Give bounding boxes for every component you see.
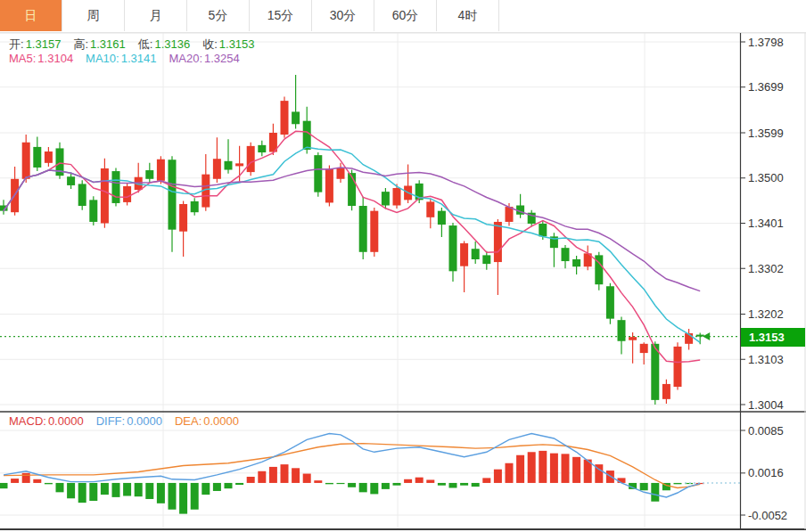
candle-body — [169, 160, 177, 229]
macd-histogram-bar — [348, 483, 356, 487]
candle-body — [67, 176, 75, 185]
macd-histogram-bar — [11, 479, 19, 483]
candle-body — [179, 204, 187, 232]
ma-item: MA5:1.3104 — [9, 52, 73, 65]
macd-histogram-bar — [393, 483, 401, 486]
macd-histogram-bar — [482, 478, 490, 483]
ohlc-item: 开:1.3157 — [9, 37, 61, 51]
candle-body — [157, 160, 165, 181]
candle-body — [258, 145, 266, 152]
macd-value: 0.0000 — [48, 414, 84, 428]
y-axis-tick-label: 1.3500 — [748, 171, 784, 184]
macd-histogram-bar — [550, 454, 558, 483]
macd-histogram-bar — [528, 452, 536, 483]
macd-histogram-bar — [314, 480, 322, 483]
candle-body — [618, 320, 626, 341]
macd-histogram-bar — [539, 451, 547, 483]
y-axis-tick-label: -0.0052 — [748, 509, 787, 522]
candle-body — [438, 211, 446, 225]
macd-item: DEA:0.0000 — [175, 414, 239, 428]
y-axis-tick-label: 1.3004 — [748, 398, 784, 412]
macd-histogram-bar — [337, 483, 345, 484]
candle-body — [539, 224, 547, 236]
macd-histogram-bar — [460, 483, 468, 486]
macd-histogram-bar — [506, 463, 514, 483]
macd-histogram-bar — [123, 483, 131, 496]
macd-histogram-bar — [157, 483, 165, 503]
ohlc-item: 低:1.3136 — [138, 37, 190, 51]
ma5-line — [4, 131, 700, 362]
macd-histogram-bar — [426, 479, 434, 482]
macd-histogram-bar — [179, 483, 187, 514]
candle-body — [123, 186, 131, 202]
macd-histogram-bar — [494, 470, 502, 483]
candle-body — [606, 286, 614, 318]
macd-histogram-bar — [45, 483, 53, 484]
candle-body — [359, 206, 367, 252]
candle-body — [191, 201, 199, 212]
macd-histogram-bar — [56, 483, 64, 492]
macd-histogram-bar — [258, 471, 266, 483]
ohlc-value: 1.3157 — [26, 37, 62, 51]
candle-body — [303, 121, 311, 150]
macd-histogram-bar — [382, 483, 390, 489]
macd-histogram-bar — [325, 483, 333, 484]
candle-body — [247, 146, 255, 172]
ohlc-value: 1.3136 — [154, 37, 190, 51]
macd-histogram-bar — [247, 477, 255, 483]
macd-histogram-bar — [135, 483, 143, 496]
macd-label: DEA: — [175, 414, 202, 428]
candle-body — [33, 147, 41, 168]
ohlc-value: 1.3161 — [90, 37, 126, 51]
y-axis-tick-label: 1.3401 — [748, 217, 784, 230]
candle-body — [370, 211, 378, 252]
ohlc-label: 收: — [202, 37, 218, 51]
candle-body — [22, 143, 30, 179]
ohlc-label: 开: — [9, 37, 24, 51]
candle-body — [112, 171, 120, 203]
macd-histogram-bar — [292, 468, 300, 483]
candle-body — [292, 111, 300, 124]
macd-histogram-bar — [415, 478, 424, 483]
macd-histogram-bar — [89, 483, 97, 501]
candle-body — [426, 201, 434, 217]
y-axis-tick-label: 1.3599 — [748, 127, 784, 140]
macd-histogram-bar — [370, 483, 378, 494]
candle-body — [572, 259, 580, 266]
ma-label: MA5: — [9, 52, 36, 65]
macd-histogram-bar — [235, 483, 243, 485]
ma-value: 1.3254 — [204, 52, 240, 65]
candle-body — [225, 161, 233, 170]
macd-histogram-bar — [78, 483, 86, 503]
y-axis-tick-label: 0.0016 — [748, 466, 784, 479]
candle-body — [235, 163, 243, 166]
chart-canvas: 1.37981.36991.35991.35001.34011.33021.32… — [0, 0, 806, 532]
candle-body — [325, 169, 333, 203]
candle-body — [472, 249, 480, 259]
macd-histogram-bar — [213, 483, 221, 491]
macd-histogram-bar — [33, 479, 41, 483]
macd-value: 0.0000 — [203, 414, 239, 428]
y-axis-tick-label: 1.3798 — [748, 36, 784, 49]
macd-histogram-bar — [169, 483, 177, 510]
macd-histogram-bar — [640, 483, 648, 490]
ma-label: MA10: — [86, 52, 119, 65]
macd-histogram-bar — [516, 455, 524, 483]
candle-body — [640, 344, 648, 353]
ohlc-item: 高:1.3161 — [73, 37, 125, 51]
kline-chart-app: 1.37981.36991.35991.35001.34011.33021.32… — [0, 0, 806, 532]
macd-item: DIFF:0.0000 — [96, 414, 162, 428]
ma-value: 1.3104 — [37, 52, 73, 65]
candle-body — [382, 192, 390, 205]
macd-label: MACD: — [9, 414, 46, 428]
candle-body — [562, 248, 570, 261]
candle-body — [314, 155, 322, 192]
macd-value: 0.0000 — [127, 414, 162, 428]
macd-histogram-bar — [101, 483, 109, 495]
ma-label: MA20: — [169, 52, 202, 65]
macd-histogram-bar — [674, 483, 682, 484]
macd-histogram-bar — [112, 483, 120, 497]
candle-body — [337, 168, 345, 179]
candle-body — [674, 347, 682, 387]
macd-histogram-bar — [191, 483, 199, 510]
